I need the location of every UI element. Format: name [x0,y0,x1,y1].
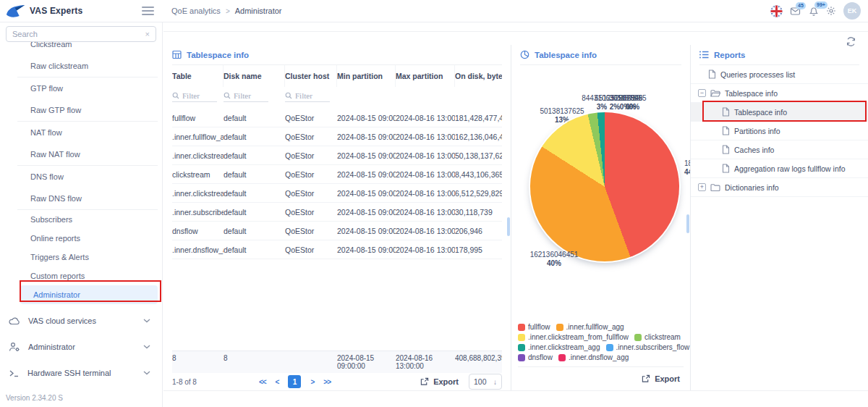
tree-item-queries-processes-list[interactable]: Queries processes list [691,65,868,84]
tree-item-partitions-info[interactable]: Partitions info [691,122,868,140]
sidebar-item-clickstream[interactable]: Clickstream [17,42,158,55]
sidebar-section-hardware-ssh-terminal[interactable]: Hardware SSH terminal [0,360,162,386]
user-avatar[interactable]: EK [843,2,861,20]
legend-item-fullflow[interactable]: fullflow [518,323,550,331]
legend-item-dnsflow[interactable]: dnsflow [518,353,553,361]
table-row: .inner.subscribers_flow default QoEStor … [172,203,502,222]
cell-bytes: 50,138,137,625 [455,151,502,160]
sidebar-item-online-reports[interactable]: Online reports [17,229,158,248]
cell-table: .inner.dnsflow_agg [172,246,224,254]
tree-item-tablespace-info[interactable]: Tablespace info [691,103,868,122]
sidebar-item-raw-nat-flow[interactable]: Raw NAT flow [17,143,158,165]
hamburger-menu-icon[interactable] [142,7,154,15]
sidebar-item-dns-flow[interactable]: DNS flow [17,166,158,188]
chevron-down-icon[interactable] [143,345,150,349]
sidebar-item-raw-dns-flow[interactable]: Raw DNS flow [17,188,158,209]
table-export-button[interactable]: Export [420,377,459,386]
sidebar-item-raw-gtp-flow[interactable]: Raw GTP flow [17,99,158,121]
prev-page-button[interactable]: < [276,378,279,386]
pie-panel-header: Tablespace info [520,45,681,65]
cell-host: QoEStor [285,208,337,217]
sidebar-item-subscribers[interactable]: Subscribers [17,210,158,229]
column-header-on-disk-bytes[interactable]: On disk, bytes ↓ [455,65,502,87]
tree-item-label: Dictionaries info [725,183,779,192]
notifications-bell-icon[interactable]: 99+ [809,6,819,16]
legend-swatch [518,324,525,331]
tree-item-tablespace-info-folder[interactable]: − Tablespace info [691,84,868,103]
sidebar-item-raw-clickstream[interactable]: Raw clickstream [17,55,158,77]
sidebar-item-administrator[interactable]: Administrator [20,285,158,304]
legend-item-clickstream[interactable]: clickstream [634,333,681,341]
page-size-value: 100 [474,377,487,386]
logo-area: VAS Experts [0,0,163,22]
filter-cluster-host[interactable] [285,89,330,102]
cell-min: 2024-08-15 09:00:00 [337,151,396,160]
sidebar-search[interactable]: × [6,26,156,42]
sidebar-item-gtp-flow[interactable]: GTP flow [17,77,158,99]
file-icon [722,164,730,173]
language-flag-icon[interactable] [770,5,783,17]
scrollbar-thumb[interactable] [686,214,689,233]
panels: Tablespace info Table Disk name Cluster … [163,45,868,391]
settings-gear-icon[interactable] [826,6,836,16]
breadcrumb: QoE analytics > Administrator [163,7,282,15]
folder-closed-icon [710,183,720,192]
sidebar-item-custom-reports[interactable]: Custom reports [17,267,158,285]
collapse-icon[interactable]: − [698,89,706,97]
cell-min: 2024-08-15 09:00:00 [337,114,396,122]
legend-swatch [518,344,525,351]
search-icon [285,92,292,99]
chevron-down-icon[interactable] [143,319,150,323]
cell-table: .inner.clickstream_agg [172,189,224,198]
tree-item-caches-info[interactable]: Caches info [691,140,868,159]
breadcrumb-administrator: Administrator [235,7,282,15]
filter-table-input[interactable] [182,91,214,100]
breadcrumb-qoe-analytics[interactable]: QoE analytics [171,7,221,15]
tree-item-label: Queries processes list [720,70,795,79]
first-page-button[interactable]: << [259,378,266,386]
cell-disk: default [224,170,285,179]
pagination: << < 1 > >> [259,375,331,388]
legend-item-inner-dnsflow-agg[interactable]: .inner.dnsflow_agg [558,353,629,361]
filter-cluster-host-input[interactable] [295,91,327,100]
filter-table[interactable] [172,89,217,102]
expand-icon[interactable]: + [698,183,706,191]
legend-item-inner-fullflow-agg[interactable]: .inner.fullflow_agg [556,323,624,331]
next-page-button[interactable]: > [310,378,314,386]
reports-panel: Reports Queries processes list − Tablesp… [691,45,868,390]
logo-text: VAS Experts [30,6,82,16]
chevron-down-icon[interactable] [143,371,150,375]
cell-bytes: 181,428,477,445 [455,114,502,122]
search-clear-icon[interactable]: × [145,30,150,38]
pie-export-button[interactable]: Export [642,374,680,383]
export-icon [642,374,650,383]
column-header-cluster-host[interactable]: Cluster host [285,65,337,87]
tablespace-pie-panel: Tablespace info 84431063653% 65125298292… [511,45,691,390]
legend-item-inner-clickstream-agg[interactable]: .inner.clickstream_agg [518,343,600,351]
search-input[interactable] [12,30,141,38]
column-header-max-partition[interactable]: Max partition [396,65,455,87]
sidebar-item-nat-flow[interactable]: NAT flow [17,122,158,143]
sidebar-section-administrator[interactable]: Administrator [0,334,162,360]
cell-table: fullflow [172,114,224,122]
scrollbar-thumb[interactable] [507,217,510,236]
messages-icon[interactable]: 45 [790,7,801,16]
cell-max: 2024-08-16 13:00:00 [396,151,455,160]
column-header-table[interactable]: Table [172,65,224,87]
page-1-button[interactable]: 1 [288,375,301,388]
legend-item-inner-subscribers-flow[interactable]: .inner.subscribers_flow [606,343,690,351]
search-icon [172,92,179,99]
filter-disk-name-input[interactable] [234,91,265,100]
column-header-disk-name[interactable]: Disk name [224,65,285,87]
tree-item-label: Aggregation raw logs fullflow info [734,164,846,173]
column-header-min-partition[interactable]: Min partition [337,65,396,87]
sidebar-item-triggers-alerts[interactable]: Triggers & Alerts [17,248,158,267]
filter-disk-name[interactable] [224,89,268,102]
tree-item-aggregation-raw-logs-fullflow-info[interactable]: Aggregation raw logs fullflow info [691,159,868,178]
tree-item-dictionaries-info[interactable]: + Dictionaries info [691,178,868,197]
last-page-button[interactable]: >> [323,378,331,386]
page-size-select[interactable]: 100 ↓ [469,374,502,390]
pie-chart[interactable] [530,112,679,261]
sidebar-section-vas-cloud-services[interactable]: VAS cloud services [0,308,162,334]
legend-item-inner-clickstream-from-fullflow[interactable]: .inner.clickstream_from_fullflow [518,333,629,341]
